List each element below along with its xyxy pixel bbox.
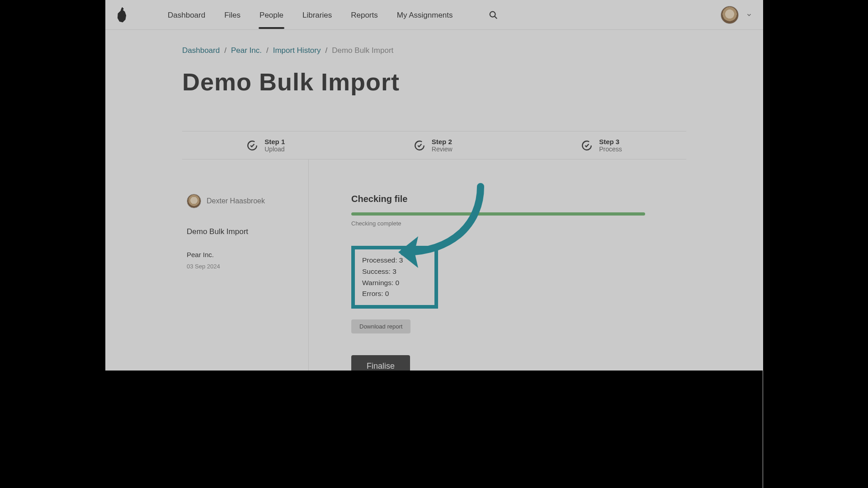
nav-links: Dashboard Files People Libraries Reports… <box>168 2 498 28</box>
crumb-pear-inc[interactable]: Pear Inc. <box>231 46 262 55</box>
nav-my-assignments[interactable]: My Assignments <box>397 2 453 28</box>
crumb-import-history[interactable]: Import History <box>273 46 321 55</box>
check-circle-icon <box>414 140 425 151</box>
svg-point-0 <box>490 11 495 17</box>
top-nav: Dashboard Files People Libraries Reports… <box>105 0 763 30</box>
stat-warnings: Warnings: 0 <box>362 277 403 289</box>
nav-files[interactable]: Files <box>224 2 241 28</box>
company-name: Pear Inc. <box>187 251 295 258</box>
profile-menu[interactable] <box>721 6 752 24</box>
svg-line-1 <box>495 16 497 19</box>
step-process: Step 3 Process <box>581 138 622 153</box>
check-circle-icon <box>246 140 258 151</box>
crumb-dashboard[interactable]: Dashboard <box>182 46 220 55</box>
import-date: 03 Sep 2024 <box>187 263 295 270</box>
nav-reports[interactable]: Reports <box>351 2 378 28</box>
progress-bar <box>351 212 645 216</box>
import-name: Demo Bulk Import <box>187 227 295 236</box>
nav-libraries[interactable]: Libraries <box>302 2 332 28</box>
stat-processed: Processed: 3 <box>362 255 403 266</box>
stat-errors: Errors: 0 <box>362 288 403 300</box>
breadcrumb: Dashboard / Pear Inc. / Import History /… <box>182 46 686 55</box>
import-meta-panel: Dexter Haasbroek Demo Bulk Import Pear I… <box>182 160 309 404</box>
pear-logo-icon <box>116 7 127 23</box>
chevron-down-icon <box>746 12 752 18</box>
avatar <box>721 6 739 24</box>
nav-dashboard[interactable]: Dashboard <box>168 2 205 28</box>
progress-status: Checking complete <box>351 220 686 227</box>
nav-people[interactable]: People <box>259 2 283 28</box>
page-title: Demo Bulk Import <box>182 68 686 96</box>
search-icon[interactable] <box>488 10 498 20</box>
results-highlight-box: Processed: 3 Success: 3 Warnings: 0 Erro… <box>351 246 438 309</box>
user-avatar <box>187 194 201 208</box>
user-name: Dexter Haasbroek <box>207 197 265 205</box>
step-upload: Step 1 Upload <box>246 138 285 153</box>
checking-title: Checking file <box>351 194 686 204</box>
step-review: Step 2 Review <box>414 138 453 153</box>
crumb-current: Demo Bulk Import <box>332 46 393 55</box>
download-report-button[interactable]: Download report <box>351 319 410 333</box>
stat-success: Success: 3 <box>362 266 403 277</box>
step-tracker: Step 1 Upload Step 2 Review <box>182 131 686 160</box>
check-circle-icon <box>581 140 593 151</box>
import-status-panel: Checking file Checking complete Processe… <box>309 160 686 404</box>
